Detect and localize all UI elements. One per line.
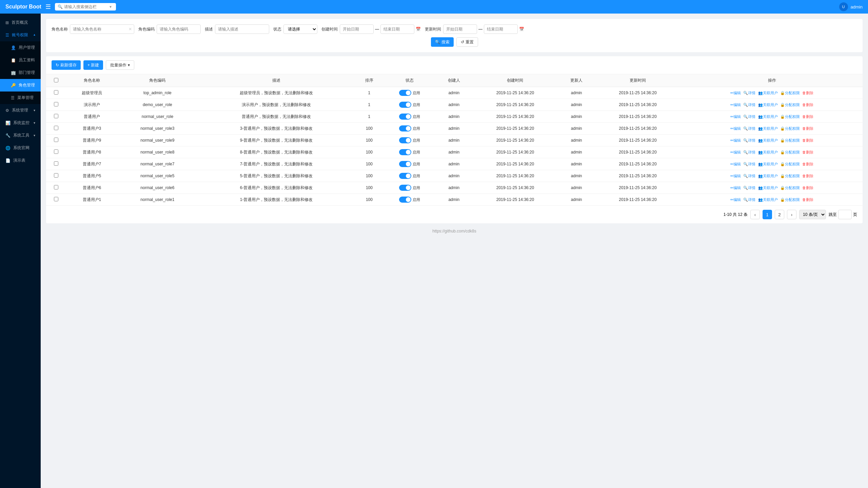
delete-action[interactable]: 🗑删除 [802, 138, 813, 142]
page-size-select[interactable]: 10 条/页 20 条/页 50 条/页 [799, 210, 826, 219]
sidebar-item-demo[interactable]: 📄 演示表 [0, 154, 41, 167]
detail-action[interactable]: 🔍详情 [743, 162, 755, 166]
header-search-box[interactable]: 🔍 ▾ [55, 3, 116, 11]
desc-input[interactable] [215, 24, 269, 34]
row-checkbox[interactable] [46, 182, 66, 194]
status-toggle[interactable] [399, 125, 411, 131]
search-input[interactable] [64, 4, 108, 9]
link-user-action[interactable]: 👥关联用户 [758, 138, 778, 142]
select-all-checkbox[interactable] [54, 78, 58, 82]
link-user-action[interactable]: 👥关联用户 [758, 126, 778, 130]
search-button[interactable]: 🔍 搜索 [431, 37, 454, 47]
delete-action[interactable]: 🗑删除 [802, 162, 813, 166]
status-select[interactable]: 请选择 启用 禁用 [283, 24, 317, 34]
edit-action[interactable]: ✏编辑 [730, 162, 741, 166]
detail-action[interactable]: 🔍详情 [743, 198, 755, 202]
assign-perm-action[interactable]: 🔒分配权限 [780, 150, 800, 154]
status-toggle[interactable] [399, 197, 411, 203]
update-start-date[interactable] [443, 24, 477, 34]
assign-perm-action[interactable]: 🔒分配权限 [780, 138, 800, 142]
delete-action[interactable]: 🗑删除 [802, 91, 813, 95]
create-end-date[interactable] [380, 24, 414, 34]
row-checkbox[interactable] [46, 146, 66, 158]
sidebar-item-user-mgmt[interactable]: 👤 用户管理 [0, 41, 41, 54]
detail-action[interactable]: 🔍详情 [743, 138, 755, 142]
edit-action[interactable]: ✏编辑 [730, 186, 741, 190]
row-checkbox[interactable] [46, 87, 66, 99]
page-2-btn[interactable]: 2 [775, 210, 784, 219]
batch-button[interactable]: 批量操作 ▾ [106, 60, 134, 70]
sidebar-section-sys-monitor[interactable]: 📊 系统监控 ▾ [0, 117, 41, 129]
link-user-action[interactable]: 👥关联用户 [758, 198, 778, 202]
status-toggle[interactable] [399, 137, 411, 143]
edit-action[interactable]: ✏编辑 [730, 198, 741, 202]
delete-action[interactable]: 🗑删除 [802, 174, 813, 178]
assign-perm-action[interactable]: 🔒分配权限 [780, 126, 800, 130]
status-toggle[interactable] [399, 173, 411, 179]
link-user-action[interactable]: 👥关联用户 [758, 115, 778, 119]
edit-action[interactable]: ✏编辑 [730, 115, 741, 119]
menu-toggle-icon[interactable]: ☰ [45, 3, 51, 11]
status-toggle[interactable] [399, 90, 411, 96]
status-toggle[interactable] [399, 114, 411, 120]
assign-perm-action[interactable]: 🔒分配权限 [780, 198, 800, 202]
prev-page-btn[interactable]: ‹ [750, 210, 760, 219]
detail-action[interactable]: 🔍详情 [743, 150, 755, 154]
link-user-action[interactable]: 👥关联用户 [758, 162, 778, 166]
assign-perm-action[interactable]: 🔒分配权限 [780, 103, 800, 107]
status-toggle[interactable] [399, 102, 411, 108]
sidebar-item-sys-site[interactable]: 🌐 系统官网 [0, 142, 41, 154]
detail-action[interactable]: 🔍详情 [743, 186, 755, 190]
sidebar-item-home[interactable]: ⊞ 首页概况 [0, 16, 41, 29]
sidebar-section-account[interactable]: ☰ 账号权限 ▾ [0, 29, 41, 41]
detail-action[interactable]: 🔍详情 [743, 91, 755, 95]
status-toggle[interactable] [399, 149, 411, 155]
role-code-input[interactable] [157, 24, 201, 34]
detail-action[interactable]: 🔍详情 [743, 103, 755, 107]
detail-action[interactable]: 🔍详情 [743, 115, 755, 119]
delete-action[interactable]: 🗑删除 [802, 115, 813, 119]
row-checkbox[interactable] [46, 158, 66, 170]
status-toggle[interactable] [399, 161, 411, 167]
assign-perm-action[interactable]: 🔒分配权限 [780, 91, 800, 95]
edit-action[interactable]: ✏编辑 [730, 150, 741, 154]
status-toggle[interactable] [399, 185, 411, 191]
row-checkbox[interactable] [46, 111, 66, 123]
row-checkbox[interactable] [46, 99, 66, 111]
link-user-action[interactable]: 👥关联用户 [758, 150, 778, 154]
create-start-date[interactable] [340, 24, 374, 34]
row-checkbox[interactable] [46, 170, 66, 182]
edit-action[interactable]: ✏编辑 [730, 174, 741, 178]
assign-perm-action[interactable]: 🔒分配权限 [780, 174, 800, 178]
link-user-action[interactable]: 👥关联用户 [758, 174, 778, 178]
link-user-action[interactable]: 👥关联用户 [758, 186, 778, 190]
link-user-action[interactable]: 👥关联用户 [758, 103, 778, 107]
sidebar-item-employee[interactable]: 📋 员工资料 [0, 54, 41, 66]
new-button[interactable]: + 新建 [83, 60, 103, 70]
edit-action[interactable]: ✏编辑 [730, 91, 741, 95]
assign-perm-action[interactable]: 🔒分配权限 [780, 186, 800, 190]
link-user-action[interactable]: 👥关联用户 [758, 91, 778, 95]
sidebar-item-menu[interactable]: ☰ 菜单管理 [0, 92, 41, 104]
page-jump-input[interactable] [838, 210, 852, 219]
edit-action[interactable]: ✏编辑 [730, 126, 741, 130]
delete-action[interactable]: 🗑删除 [802, 103, 813, 107]
clear-icon[interactable]: ✕ [126, 27, 134, 32]
detail-action[interactable]: 🔍详情 [743, 174, 755, 178]
next-page-btn[interactable]: › [787, 210, 796, 219]
role-name-input[interactable] [70, 25, 126, 34]
delete-action[interactable]: 🗑删除 [802, 198, 813, 202]
delete-action[interactable]: 🗑删除 [802, 126, 813, 130]
edit-action[interactable]: ✏编辑 [730, 138, 741, 142]
sidebar-item-role[interactable]: 🔑 角色管理 [0, 79, 41, 92]
sidebar-item-dept[interactable]: 🏢 部门管理 [0, 66, 41, 79]
refresh-cache-button[interactable]: ↻ 刷新缓存 [52, 60, 81, 70]
row-checkbox[interactable] [46, 123, 66, 135]
detail-action[interactable]: 🔍详情 [743, 126, 755, 130]
sidebar-section-sys-mgmt[interactable]: ⚙ 系统管理 ▾ [0, 104, 41, 117]
reset-button[interactable]: ↺ 重置 [456, 37, 478, 47]
row-checkbox[interactable] [46, 194, 66, 206]
update-end-date[interactable] [484, 24, 518, 34]
delete-action[interactable]: 🗑删除 [802, 186, 813, 190]
delete-action[interactable]: 🗑删除 [802, 150, 813, 154]
